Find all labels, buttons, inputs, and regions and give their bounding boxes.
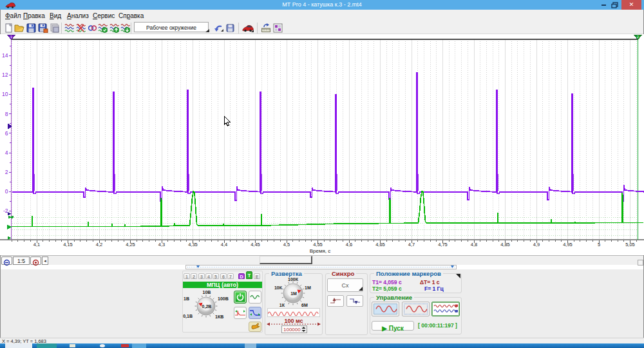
svg-text:100К: 100К xyxy=(288,277,299,282)
svg-text:10В: 10В xyxy=(203,290,211,295)
svg-text:1В: 1В xyxy=(184,296,189,301)
svg-text:0,2В: 0,2В xyxy=(202,304,212,309)
svg-text:1К: 1К xyxy=(279,303,285,307)
svg-text:1М: 1М xyxy=(290,291,297,296)
svg-text:1М: 1М xyxy=(305,285,311,290)
svg-text:10К: 10К xyxy=(274,285,283,290)
svg-text:1КВ: 1КВ xyxy=(215,314,223,319)
svg-text:6М: 6М xyxy=(301,303,308,307)
svg-text:0,1В: 0,1В xyxy=(183,314,193,319)
svg-text:100В: 100В xyxy=(218,296,229,301)
